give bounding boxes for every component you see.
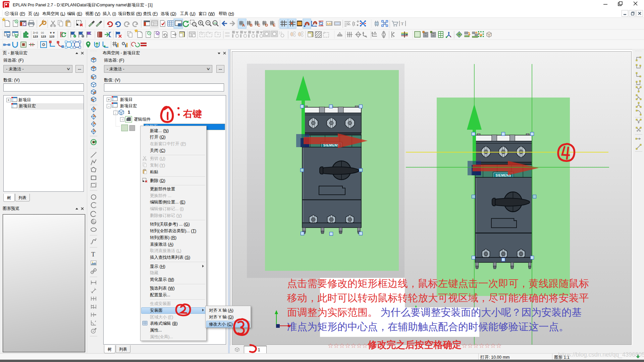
svg-text:123: 123 (49, 35, 54, 38)
svg-text:000: 000 (225, 35, 230, 38)
svg-text:T: T (401, 21, 404, 26)
svg-text:T: T (91, 251, 95, 258)
svg-text:123: 123 (41, 35, 46, 38)
svg-text:C: C (258, 23, 260, 27)
svg-text:▼▼: ▼▼ (49, 31, 55, 35)
svg-text:A: A (242, 23, 245, 27)
svg-text:123: 123 (327, 22, 332, 25)
svg-text:123: 123 (33, 35, 38, 38)
svg-text:D: D (265, 23, 268, 27)
svg-text:B: B (250, 23, 253, 27)
svg-text:3÷0: 3÷0 (33, 31, 38, 35)
svg-text:000: 000 (225, 32, 230, 35)
svg-text:E: E (273, 23, 275, 27)
svg-text:◊◊: ◊◊ (41, 31, 44, 35)
svg-text:100: 100 (213, 22, 217, 24)
